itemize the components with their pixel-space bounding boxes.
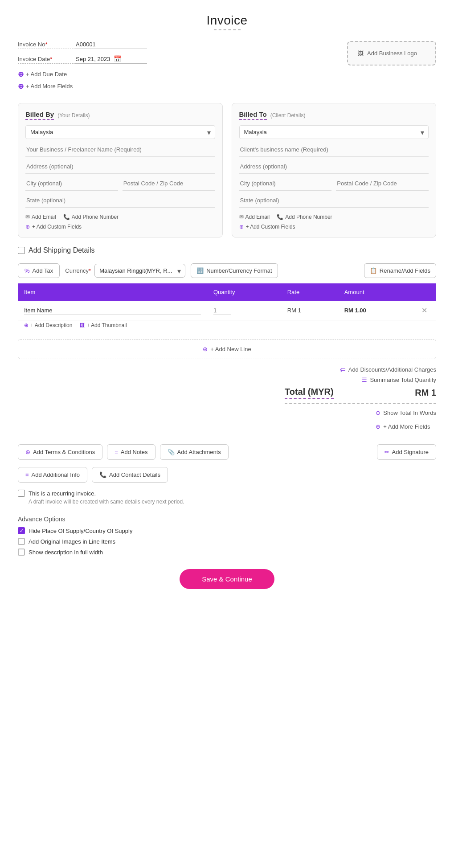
rate-cell: RM 1: [281, 301, 338, 320]
phone-icon-2: 📞: [277, 214, 283, 220]
add-business-logo-button[interactable]: 🖼 Add Business Logo: [347, 41, 436, 66]
invoice-date-value[interactable]: Sep 21, 2023 📅: [76, 55, 147, 64]
invoice-no-row: Invoice No* A00001: [18, 41, 347, 49]
billed-to-add-phone[interactable]: 📞 Add Phone Number: [277, 214, 332, 220]
advance-label-1: Hide Place Of Supply/Country Of Supply: [29, 528, 132, 534]
billed-to-contact-row: ✉ Add Email 📞 Add Phone Number: [239, 214, 429, 220]
billed-by-country-wrap: Malaysia ▾: [25, 125, 215, 139]
advance-checkbox-1[interactable]: ✓: [18, 527, 25, 534]
billed-by-add-phone[interactable]: 📞 Add Phone Number: [63, 214, 119, 220]
billed-to-postal-input[interactable]: [336, 176, 429, 191]
add-contact-details-button[interactable]: 📞 Add Contact Details: [92, 467, 168, 483]
item-sub-row: ⊕ + Add Description 🖼 + Add Thumbnail: [18, 320, 436, 334]
add-more-fields-summary-link[interactable]: ⊕ + Add More Fields: [376, 423, 430, 430]
add-thumbnail-link[interactable]: 🖼 + Add Thumbnail: [79, 322, 127, 328]
words-icon: ⊙: [376, 409, 380, 416]
shipping-label: Add Shipping Details: [29, 246, 95, 254]
add-discounts-link[interactable]: 🏷 Add Discounts/Additional Charges: [340, 366, 436, 373]
plus-icon-custom: ⊕: [25, 224, 30, 230]
billed-by-add-email[interactable]: ✉ Add Email: [25, 214, 56, 220]
invoice-fields: Invoice No* A00001 Invoice Date* Sep 21,…: [18, 41, 347, 94]
shipping-row: Add Shipping Details: [18, 246, 436, 254]
summarise-qty-link[interactable]: ☰ Summarise Total Quantity: [362, 377, 436, 383]
plus-icon-desc: ⊕: [24, 322, 29, 328]
billed-by-postal-input[interactable]: [123, 176, 215, 191]
billed-to-name-input[interactable]: [239, 143, 429, 157]
billed-to-header: Billed To (Client Details): [239, 111, 429, 120]
save-continue-button[interactable]: Save & Continue: [180, 569, 274, 589]
required-star: *: [45, 41, 47, 48]
invoice-no-value[interactable]: A00001: [76, 41, 147, 49]
signature-icon: ✏: [384, 449, 389, 455]
table-header: Item Quantity Rate Amount: [18, 283, 436, 301]
add-new-line-row[interactable]: ⊕ + Add New Line: [18, 339, 436, 359]
item-name-input[interactable]: [24, 306, 201, 315]
delete-row-button[interactable]: ✕: [419, 305, 430, 315]
col-amount: Amount: [338, 283, 413, 301]
add-notes-button[interactable]: ≡ Add Notes: [107, 444, 155, 460]
plus-icon-summary: ⊕: [376, 423, 380, 430]
advance-checkbox-2[interactable]: [18, 538, 25, 545]
item-name-cell[interactable]: [18, 301, 207, 320]
total-label: Total (MYR): [285, 387, 334, 399]
shipping-checkbox[interactable]: [18, 247, 25, 254]
recurring-label: This is a recurring invoice.: [29, 490, 96, 497]
recurring-checkbox[interactable]: [18, 490, 25, 497]
plus-icon-line: ⊕: [203, 346, 208, 352]
add-attachments-button[interactable]: 📎 Add Attachments: [160, 444, 229, 460]
billed-to-card: Billed To (Client Details) Malaysia ▾ ✉ …: [232, 103, 437, 237]
currency-select[interactable]: Malaysian Ringgit(MYR, R...: [94, 264, 185, 278]
item-actions: ⊕ + Add Description 🖼 + Add Thumbnail: [24, 322, 430, 328]
add-more-fields-link[interactable]: ⊕ + Add More Fields: [18, 82, 347, 90]
notes-icon: ≡: [115, 449, 118, 455]
title-divider: [214, 29, 241, 30]
add-signature-button[interactable]: ✏ Add Signature: [377, 444, 436, 460]
billed-by-custom-fields[interactable]: ⊕ + Add Custom Fields: [25, 224, 215, 230]
billed-section: Billed By (Your Details) Malaysia ▾ ✉ Ad…: [18, 103, 436, 237]
recurring-row: This is a recurring invoice.: [18, 490, 436, 497]
billed-to-address-input[interactable]: [239, 160, 429, 174]
billed-by-title: Billed By: [25, 111, 54, 120]
billed-by-address-input[interactable]: [25, 160, 215, 174]
delete-cell[interactable]: ✕: [413, 301, 436, 320]
contact-icon: 📞: [99, 471, 106, 478]
email-icon: ✉: [25, 214, 30, 220]
add-terms-button[interactable]: ⊕ Add Terms & Conditions: [18, 444, 102, 460]
rename-icon: 📋: [370, 267, 377, 274]
currency-label: Currency*: [65, 267, 91, 274]
billed-to-custom-fields[interactable]: ⊕ + Add Custom Fields: [239, 224, 429, 230]
billed-by-header: Billed By (Your Details): [25, 111, 215, 120]
billed-to-city-row: [239, 176, 429, 193]
number-currency-format-button[interactable]: 🔢 Number/Currency Format: [191, 263, 278, 278]
add-new-line-link[interactable]: ⊕ + Add New Line: [25, 346, 429, 352]
billed-to-city-input[interactable]: [239, 176, 332, 191]
total-value: RM 1: [415, 388, 436, 398]
plus-icon-custom-2: ⊕: [239, 224, 244, 230]
billed-by-country-select[interactable]: Malaysia: [25, 125, 215, 139]
billed-by-state-input[interactable]: [25, 193, 215, 208]
invoice-no-label: Invoice No*: [18, 41, 76, 49]
advance-checkbox-3[interactable]: [18, 549, 25, 556]
add-additional-info-button[interactable]: ≡ Add Additional Info: [18, 467, 87, 483]
invoice-meta-section: Invoice No* A00001 Invoice Date* Sep 21,…: [18, 41, 436, 94]
discount-icon: 🏷: [340, 366, 346, 373]
add-tax-button[interactable]: % Add Tax: [18, 263, 60, 278]
billed-to-state-input[interactable]: [239, 193, 429, 208]
billed-by-subtitle: (Your Details): [57, 112, 90, 119]
add-description-link[interactable]: ⊕ + Add Description: [24, 322, 72, 328]
email-icon-2: ✉: [239, 214, 244, 220]
show-total-words-link[interactable]: ⊙ Show Total In Words: [376, 409, 436, 416]
image-icon: 🖼: [358, 50, 364, 57]
billed-to-add-email[interactable]: ✉ Add Email: [239, 214, 270, 220]
billed-by-name-input[interactable]: [25, 143, 215, 157]
add-due-date-link[interactable]: ⊕ + Add Due Date: [18, 70, 347, 78]
currency-wrap: Currency* Malaysian Ringgit(MYR, R... ▾: [65, 264, 185, 278]
quantity-cell[interactable]: [207, 301, 281, 320]
billed-by-city-input[interactable]: [25, 176, 118, 191]
col-rate: Rate: [281, 283, 338, 301]
billed-to-country-select[interactable]: Malaysia: [239, 125, 429, 139]
quantity-input[interactable]: [213, 306, 231, 315]
advance-option-1: ✓ Hide Place Of Supply/Country Of Supply: [18, 527, 436, 534]
rename-add-fields-button[interactable]: 📋 Rename/Add Fields: [364, 263, 436, 278]
col-quantity: Quantity: [207, 283, 281, 301]
